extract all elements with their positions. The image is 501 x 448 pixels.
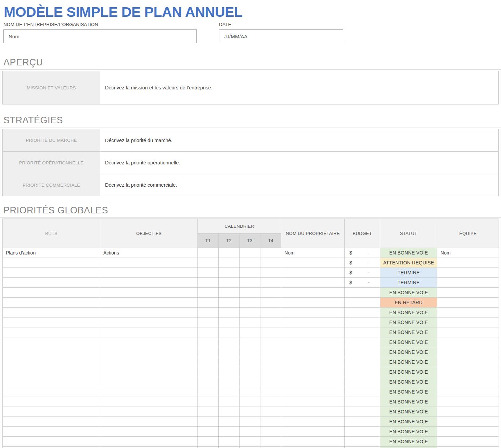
buts-cell[interactable] bbox=[3, 327, 100, 337]
status-cell[interactable]: EN BONNE VOIE bbox=[380, 318, 437, 327]
quarter-cell-t2[interactable] bbox=[219, 427, 240, 437]
quarter-cell-t3[interactable] bbox=[240, 298, 260, 308]
quarter-cell-t4[interactable] bbox=[260, 327, 281, 337]
quarter-cell-t2[interactable] bbox=[219, 347, 240, 357]
proprietaire-cell[interactable] bbox=[281, 357, 345, 367]
quarter-cell-t1[interactable] bbox=[198, 397, 219, 407]
status-cell[interactable]: EN BONNE VOIE bbox=[380, 447, 437, 448]
budget-cell[interactable] bbox=[345, 347, 380, 357]
budget-cell[interactable] bbox=[345, 288, 380, 298]
proprietaire-cell[interactable] bbox=[281, 397, 345, 407]
buts-cell[interactable] bbox=[3, 427, 100, 437]
quarter-cell-t4[interactable] bbox=[260, 427, 281, 437]
quarter-cell-t2[interactable] bbox=[219, 288, 240, 298]
quarter-cell-t4[interactable] bbox=[260, 397, 281, 407]
equipe-cell[interactable] bbox=[437, 357, 499, 367]
quarter-cell-t1[interactable] bbox=[198, 248, 219, 258]
status-cell[interactable]: EN BONNE VOIE bbox=[380, 248, 437, 258]
equipe-cell[interactable] bbox=[437, 347, 499, 357]
quarter-cell-t2[interactable] bbox=[219, 298, 240, 308]
quarter-cell-t1[interactable] bbox=[198, 258, 219, 268]
budget-cell[interactable] bbox=[345, 357, 380, 367]
buts-cell[interactable] bbox=[3, 318, 100, 327]
budget-cell[interactable] bbox=[345, 437, 380, 447]
budget-cell[interactable] bbox=[345, 367, 380, 377]
equipe-cell[interactable] bbox=[437, 377, 499, 387]
objectifs-cell[interactable] bbox=[100, 347, 198, 357]
proprietaire-cell[interactable] bbox=[281, 367, 345, 377]
quarter-cell-t1[interactable] bbox=[198, 298, 219, 308]
quarter-cell-t2[interactable] bbox=[219, 357, 240, 367]
equipe-cell[interactable] bbox=[437, 437, 499, 447]
quarter-cell-t1[interactable] bbox=[198, 337, 219, 347]
proprietaire-cell[interactable]: Nom bbox=[281, 248, 345, 258]
quarter-cell-t2[interactable] bbox=[219, 367, 240, 377]
quarter-cell-t2[interactable] bbox=[219, 387, 240, 397]
budget-cell[interactable] bbox=[345, 337, 380, 347]
quarter-cell-t1[interactable] bbox=[198, 367, 219, 377]
budget-cell[interactable] bbox=[345, 397, 380, 407]
equipe-cell[interactable] bbox=[437, 417, 499, 427]
quarter-cell-t4[interactable] bbox=[260, 417, 281, 427]
equipe-cell[interactable] bbox=[437, 337, 499, 347]
quarter-cell-t2[interactable] bbox=[219, 437, 240, 447]
quarter-cell-t2[interactable] bbox=[219, 337, 240, 347]
objectifs-cell[interactable] bbox=[100, 308, 198, 318]
budget-cell[interactable] bbox=[345, 318, 380, 327]
quarter-cell-t3[interactable] bbox=[240, 367, 260, 377]
quarter-cell-t2[interactable] bbox=[219, 327, 240, 337]
quarter-cell-t2[interactable] bbox=[219, 377, 240, 387]
quarter-cell-t4[interactable] bbox=[260, 377, 281, 387]
equipe-cell[interactable] bbox=[437, 258, 499, 268]
quarter-cell-t2[interactable] bbox=[219, 278, 240, 288]
quarter-cell-t4[interactable] bbox=[260, 337, 281, 347]
quarter-cell-t2[interactable] bbox=[219, 308, 240, 318]
equipe-cell[interactable] bbox=[437, 308, 499, 318]
budget-cell[interactable] bbox=[345, 447, 380, 448]
objectifs-cell[interactable] bbox=[100, 337, 198, 347]
quarter-cell-t3[interactable] bbox=[240, 258, 260, 268]
objectifs-cell[interactable] bbox=[100, 377, 198, 387]
quarter-cell-t2[interactable] bbox=[219, 397, 240, 407]
buts-cell[interactable] bbox=[3, 258, 100, 268]
quarter-cell-t3[interactable] bbox=[240, 407, 260, 417]
budget-cell[interactable] bbox=[345, 407, 380, 417]
mission-et-valeurs-cell[interactable]: Décrivez la mission et les valeurs de l’… bbox=[100, 71, 498, 104]
objectifs-cell[interactable] bbox=[100, 397, 198, 407]
quarter-cell-t1[interactable] bbox=[198, 417, 219, 427]
proprietaire-cell[interactable] bbox=[281, 318, 345, 327]
quarter-cell-t4[interactable] bbox=[260, 298, 281, 308]
proprietaire-cell[interactable] bbox=[281, 288, 345, 298]
quarter-cell-t4[interactable] bbox=[260, 318, 281, 327]
buts-cell[interactable] bbox=[3, 437, 100, 447]
equipe-cell[interactable] bbox=[437, 407, 499, 417]
objectifs-cell[interactable] bbox=[100, 367, 198, 377]
equipe-cell[interactable] bbox=[437, 318, 499, 327]
buts-cell[interactable] bbox=[3, 308, 100, 318]
quarter-cell-t1[interactable] bbox=[198, 437, 219, 447]
budget-cell[interactable]: $- bbox=[345, 278, 380, 288]
status-cell[interactable]: EN BONNE VOIE bbox=[380, 327, 437, 337]
equipe-cell[interactable] bbox=[437, 387, 499, 397]
quarter-cell-t2[interactable] bbox=[219, 407, 240, 417]
buts-cell[interactable] bbox=[3, 367, 100, 377]
status-cell[interactable]: EN BONNE VOIE bbox=[380, 337, 437, 347]
proprietaire-cell[interactable] bbox=[281, 278, 345, 288]
buts-cell[interactable] bbox=[3, 377, 100, 387]
priorite-marche-cell[interactable]: Décrivez la priorité du marché. bbox=[100, 129, 498, 151]
quarter-cell-t1[interactable] bbox=[198, 427, 219, 437]
buts-cell[interactable] bbox=[3, 337, 100, 347]
budget-cell[interactable] bbox=[345, 387, 380, 397]
quarter-cell-t4[interactable] bbox=[260, 258, 281, 268]
quarter-cell-t3[interactable] bbox=[240, 308, 260, 318]
quarter-cell-t1[interactable] bbox=[198, 308, 219, 318]
objectifs-cell[interactable]: Actions bbox=[100, 248, 198, 258]
priorite-operationnelle-cell[interactable]: Décrivez la priorité opérationnelle. bbox=[100, 152, 498, 174]
quarter-cell-t2[interactable] bbox=[219, 318, 240, 327]
budget-cell[interactable] bbox=[345, 377, 380, 387]
quarter-cell-t1[interactable] bbox=[198, 357, 219, 367]
quarter-cell-t2[interactable] bbox=[219, 447, 240, 448]
status-cell[interactable]: EN BONNE VOIE bbox=[380, 357, 437, 367]
quarter-cell-t1[interactable] bbox=[198, 278, 219, 288]
proprietaire-cell[interactable] bbox=[281, 377, 345, 387]
